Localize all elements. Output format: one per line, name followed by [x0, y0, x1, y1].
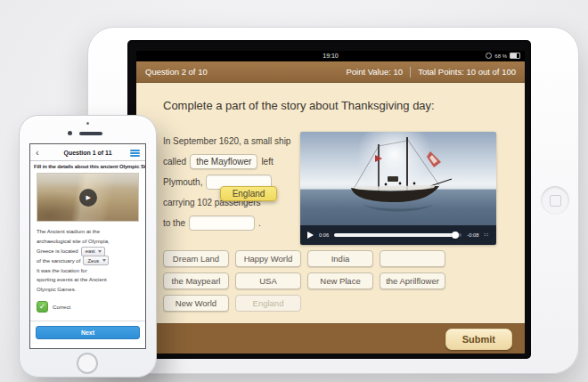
- total-points: Total Points: 10 out of 100: [418, 67, 516, 77]
- blank-ship-name-filled[interactable]: the Mayflower: [190, 154, 257, 169]
- option-new-world[interactable]: New World: [163, 295, 229, 312]
- video-controls: 0:06 -0:08 ∷: [300, 225, 496, 245]
- deity-dropdown[interactable]: Zeus: [83, 256, 109, 265]
- video-scrubber-knob[interactable]: [452, 232, 459, 239]
- play-icon[interactable]: [307, 232, 314, 239]
- video-elapsed-time: 0:06: [319, 232, 329, 238]
- option-new-place[interactable]: New Place: [307, 272, 373, 289]
- back-chevron-icon[interactable]: ‹: [36, 145, 39, 159]
- direction-dropdown[interactable]: east: [81, 247, 105, 256]
- iphone-home-button[interactable]: [77, 353, 98, 374]
- story-line-5-before: to the: [163, 218, 185, 228]
- footer-divider: [30, 321, 145, 321]
- paragraph-line: Greece is located east: [37, 247, 139, 256]
- score-area: Point Value: 10 Total Points: 10 out of …: [346, 67, 516, 77]
- para-line-1: The Ancient stadium at the: [37, 229, 100, 234]
- battery-percent: 68 %: [494, 53, 507, 59]
- ipad-screen: 19:10 68 % Question 2 of 10 Point Value:…: [127, 40, 531, 359]
- option-empty-slot[interactable]: [380, 250, 445, 267]
- para-line-6: sporting events at the Ancient: [37, 277, 107, 282]
- story-line-5-after: .: [258, 218, 261, 228]
- paragraph-line: archaeological site of Olympia,: [37, 237, 139, 247]
- ipad-status-bar: 19:10 68 %: [136, 51, 525, 61]
- orientation-lock-icon: [486, 53, 492, 59]
- iphone-screen: ‹ Question 1 of 11 Fill in the details a…: [29, 143, 146, 349]
- video-progress-bar[interactable]: [334, 233, 461, 237]
- video-options-icon[interactable]: ∷: [485, 232, 489, 239]
- para-line-4: of the sanctuary of: [37, 258, 80, 264]
- iphone-speaker: [79, 132, 102, 135]
- header-divider: [410, 67, 411, 77]
- quiz-footer-bar: Submit: [136, 323, 525, 354]
- para-line-5: It was the location for: [37, 268, 87, 273]
- option-the-maypearl[interactable]: the Maypearl: [163, 272, 229, 289]
- paragraph-line: The Ancient stadium at the: [37, 227, 139, 237]
- story-line: called the Mayflower left: [163, 151, 304, 172]
- iphone-device: ‹ Question 1 of 11 Fill in the details a…: [19, 115, 157, 378]
- option-dream-land[interactable]: Dream Land: [163, 250, 229, 267]
- video-player[interactable]: 0:06 -0:08 ∷: [300, 132, 496, 245]
- fill-in-paragraph: The Ancient stadium at the archaeologica…: [37, 227, 139, 295]
- paragraph-line: It was the location for: [37, 265, 139, 275]
- play-icon: ▶: [86, 194, 91, 201]
- video-remaining-time: -0:08: [467, 232, 478, 238]
- ipad-device: 19:10 68 % Question 2 of 10 Point Value:…: [87, 27, 579, 374]
- iphone-question-counter: Question 1 of 11: [63, 150, 111, 156]
- home-button-glyph: [550, 195, 561, 207]
- paragraph-line: of the sanctuary of Zeus: [37, 256, 139, 265]
- point-value: Point Value: 10: [346, 67, 403, 77]
- iphone-camera-icon: [68, 131, 72, 135]
- story-line-2-after: left: [261, 157, 273, 167]
- feedback-label: Correct: [53, 304, 70, 310]
- question-prompt: Complete a part of the story about Thank…: [163, 99, 435, 112]
- checkmark-icon: ✓: [37, 301, 48, 313]
- next-button[interactable]: Next: [36, 326, 140, 339]
- ipad-display: 19:10 68 % Question 2 of 10 Point Value:…: [136, 51, 525, 354]
- blank-destination-dropzone[interactable]: [189, 215, 255, 231]
- iphone-sensor-icon: [86, 122, 89, 125]
- drag-tile-england[interactable]: England: [220, 186, 277, 201]
- ship-illustration: [300, 132, 496, 225]
- para-line-7: Olympic Games.: [37, 287, 76, 292]
- answer-options-grid: Dream Land Happy World India the Maypear…: [163, 250, 445, 312]
- para-line-3: Greece is located: [37, 248, 78, 254]
- stadium-video-thumbnail[interactable]: ▶: [37, 173, 139, 222]
- story-line-1: In September 1620, a small ship: [163, 136, 290, 146]
- option-usa[interactable]: USA: [235, 272, 301, 289]
- battery-icon: [510, 53, 520, 59]
- story-line: In September 1620, a small ship: [163, 131, 304, 151]
- question-counter: Question 2 of 10: [145, 67, 208, 77]
- para-line-2: archaeological site of Olympia,: [37, 239, 110, 244]
- iphone-question-prompt: Fill in the details about this ancient O…: [34, 164, 142, 169]
- paragraph-line: sporting events at the Ancient: [37, 275, 139, 285]
- quiz-content: Complete a part of the story about Thank…: [136, 83, 525, 323]
- desktop-background: 19:10 68 % Question 2 of 10 Point Value:…: [0, 0, 588, 382]
- ipad-home-button[interactable]: [541, 186, 569, 215]
- quiz-header-bar: Question 2 of 10 Point Value: 10 Total P…: [136, 61, 525, 83]
- status-right-icons: 68 %: [486, 53, 520, 59]
- paragraph-line: Olympic Games.: [37, 285, 139, 295]
- option-india[interactable]: India: [307, 250, 373, 267]
- story-line-2-before: called: [163, 157, 186, 167]
- story-text: In September 1620, a small ship called t…: [163, 131, 304, 233]
- option-the-aprilflower[interactable]: the Aprilflower: [380, 272, 445, 289]
- status-time: 19:10: [136, 53, 525, 59]
- story-line-3-before: Plymouth,: [163, 177, 202, 187]
- video-progress-fill: [334, 233, 453, 237]
- play-button[interactable]: ▶: [79, 189, 97, 207]
- submit-button[interactable]: Submit: [445, 329, 512, 350]
- option-england-used: England: [235, 295, 301, 312]
- iphone-quiz-header: ‹ Question 1 of 11: [30, 144, 145, 161]
- video-frame-ship: [300, 132, 496, 225]
- menu-icon[interactable]: [130, 150, 140, 158]
- feedback-row: ✓ Correct: [37, 301, 139, 313]
- option-happy-world[interactable]: Happy World: [235, 250, 301, 267]
- story-line: to the .: [163, 213, 304, 233]
